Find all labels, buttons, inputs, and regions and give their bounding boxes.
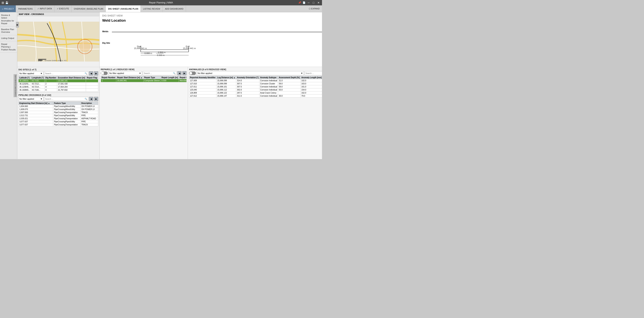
- dig-site-label: Dig Site: [102, 42, 322, 44]
- menu-item-execute[interactable]: ✓ EXECUTE: [54, 5, 72, 12]
- dig-sites-filter[interactable]: No filter applied ▼: [18, 71, 43, 75]
- sidebar-label-baseline: Baseline Plan Overview: [1, 28, 14, 33]
- configure-dashboard-tab[interactable]: CONFIGURE DASHBOARD: [14, 74, 17, 97]
- menu-item-overview[interactable]: OVERVIEW | BASELINE PLAN: [72, 5, 106, 12]
- table-row[interactable]: 2,007.000 PipeCrossingTransportation TRA…: [18, 111, 98, 114]
- table-row[interactable]: 1,604.660 PipeCrossingWiredUtility OH PO…: [18, 105, 98, 108]
- listing-label: LISTING REVIEW: [143, 8, 160, 10]
- col-anomaly-length: Anomaly Length [mm]: [300, 76, 322, 79]
- cell-desc: PIPE: [80, 114, 98, 117]
- cell-subtype: Axial Crack Colony: [259, 91, 278, 94]
- repairs-toggle[interactable]: [101, 71, 108, 75]
- save-icon[interactable]: 💾: [5, 1, 8, 4]
- cell-log-dist: 15,696.099: [216, 79, 236, 82]
- svg-text:5 mi: 5 mi: [38, 60, 42, 62]
- cell-desc: TRACK: [80, 111, 98, 114]
- home-icon: ⌂: [2, 8, 3, 10]
- cell-lat: 36.123291...: [18, 82, 31, 85]
- dig-sheet-view-title: DIG SHEET VIEW: [102, 14, 322, 17]
- dig-sites-search-input[interactable]: [45, 72, 84, 74]
- cell-dist: 2,013.731: [18, 114, 53, 117]
- dig-sites-filter-label: No filter applied: [20, 72, 34, 74]
- col-log-dist: Log Distance [m] ▲: [216, 76, 236, 79]
- table-row[interactable]: 3,077.637 PipeCrossingTransportation TRA…: [18, 123, 98, 126]
- dig-sites-prev-btn[interactable]: ◀: [89, 71, 93, 75]
- title-bar-right: 📌 📄 ─ □ ✕: [298, 1, 320, 4]
- cell-dist: 3,077.637: [18, 120, 53, 123]
- table-row[interactable]: 127,610 15,696.099 307.5 Corrosion Clust…: [189, 82, 322, 85]
- repairs-filter[interactable]: No filter applied ▼: [108, 71, 142, 75]
- cell-depth: [278, 91, 300, 94]
- anomalies-filter-icon: ▼: [301, 72, 303, 74]
- table-row[interactable]: 36.160865... 43.7166... 4 21,797.832: [18, 89, 98, 92]
- sidebar-item-repair-planning[interactable]: Repair Planning | Publish Results: [0, 41, 17, 53]
- menu-item-input-data[interactable]: ✓ INPUT DATA: [35, 5, 54, 12]
- table-row[interactable]: 127,612 15,696.147 311.5 Corrosion Indiv…: [189, 94, 322, 98]
- col-longitude: Longitude [°]: [31, 76, 44, 79]
- anomalies-table: Reported Anomaly Identifier Log Distance…: [189, 76, 322, 98]
- table-row[interactable]: 36.106916... 43.7155... 1 15,695.141: [18, 79, 98, 82]
- cell-lat: 36.123845...: [18, 85, 31, 89]
- pc-search-input[interactable]: [45, 98, 84, 100]
- table-row[interactable]: 126,809 15,696.122 297.5 Axial Crack Col…: [189, 91, 322, 94]
- table-row[interactable]: 2,013.731 PipeCrossingPipedUtility PIPE: [18, 114, 98, 117]
- menu-item-home[interactable]: ⌂ PROJECT: [0, 5, 16, 12]
- sidebar-item-baseline[interactable]: Baseline Plan Overview: [0, 26, 17, 35]
- cell-type: PipeCrossingWiredUtility: [53, 108, 80, 111]
- cell-subtype: Corrosion Individual: [259, 94, 278, 98]
- repairs-title: REPAIRS [1 of 1 REDUCED VIEW]: [101, 68, 186, 71]
- sidebar-item-listing[interactable]: Listing Output: [0, 35, 17, 41]
- menu-item-dig-sheet[interactable]: DIG SHEET | BASELINE PLAN: [106, 5, 141, 12]
- right-panel: ⋮ DIG SHEET VIEW Weld Location Welds Ref…: [100, 12, 322, 159]
- sidebar-item-review[interactable]: Review & Select Anomalies for Repair: [0, 12, 17, 26]
- repairs-search-input[interactable]: [144, 72, 172, 74]
- pc-next-btn[interactable]: ▶: [94, 97, 98, 101]
- cell-type: PipeCrossingPipedUtility: [53, 120, 80, 123]
- cell-subtype: Corrosion Individual: [259, 85, 278, 88]
- anomalies-search-input[interactable]: [306, 72, 322, 74]
- pipeline-crossings-title: PIPELINE CROSSINGS [0 of 102]: [18, 93, 98, 97]
- pc-prev-btn[interactable]: ◀: [89, 97, 93, 101]
- close-button[interactable]: ✕: [317, 1, 320, 4]
- expand-button[interactable]: ⬡ EXPAND: [306, 5, 322, 12]
- menu-item-dashboard[interactable]: ADD DASHBOARD: [163, 5, 186, 12]
- table-row[interactable]: 3,077.637 PipeCrossingPipedUtility PIPE: [18, 120, 98, 123]
- col-repair-type: Repair Type: [143, 76, 160, 79]
- table-row[interactable]: 36.123291... 43.7212... 2 17,591.430: [18, 82, 98, 85]
- anomalies-search-box: 🔍: [304, 71, 322, 75]
- cell-subtype: Corrosion Cluster: [259, 82, 278, 85]
- dig-sites-next-btn[interactable]: ▶: [94, 71, 98, 75]
- repairs-search-box: 🔍: [143, 71, 176, 75]
- repairs-prev-btn[interactable]: ◀: [177, 71, 182, 75]
- sidebar-toggle[interactable]: ▶: [16, 22, 19, 27]
- cell-orient: 307.5: [236, 82, 260, 85]
- col-repair-flag: Repair Flag: [179, 76, 186, 79]
- menu-item-listing[interactable]: LISTING REVIEW: [141, 5, 162, 12]
- maximize-button[interactable]: □: [312, 1, 315, 4]
- dig-sites-search-box: 🔍: [44, 71, 88, 75]
- table-row[interactable]: 36.123845... 43.7214... 3 17,654.204: [18, 85, 98, 89]
- cell-log-dist: 15,696.099: [216, 82, 236, 85]
- map-container[interactable]: 10 km 5 mi terrestre GmbH und Co. KG: [17, 16, 100, 67]
- col-dig-number: Dig Number: [44, 76, 57, 79]
- table-row[interactable]: 1,609.070 PipeCrossingWiredUtility OH PO…: [18, 108, 98, 111]
- pipeline-crossings-toolbar: No filter applied ▼ 🔍 ◀ ▶: [18, 97, 98, 101]
- repairs-toolbar: No filter applied ▼ 🔍 ◀ ▶: [101, 71, 186, 75]
- home-label: PROJECT: [4, 8, 14, 10]
- main-layout: ▶ Review & Select Anomalies for Repair B…: [0, 12, 322, 159]
- table-row[interactable]: 2,035.021 PipeCrossingTransportation ASP…: [18, 117, 98, 120]
- table-row[interactable]: 1 15,695.941 Composite Sleeve 0.500 Manu…: [101, 79, 186, 82]
- repairs-next-btn[interactable]: ▶: [182, 71, 186, 75]
- svg-text:terrestre GmbH und Co. KG: terrestre GmbH und Co. KG: [45, 60, 66, 61]
- input-data-label: ✓ INPUT DATA: [38, 7, 52, 10]
- anomalies-filter[interactable]: No filter applied ▼: [197, 71, 304, 75]
- anomalies-toggle[interactable]: [189, 71, 196, 75]
- configure-dashboard-label: CONFIGURE DASHBOARD: [14, 75, 16, 97]
- minimize-button[interactable]: ─: [307, 1, 310, 4]
- pc-filter[interactable]: No filter applied ▼: [18, 97, 43, 101]
- table-row[interactable]: 125,640 15,696.112 302.0 Corrosion Indiv…: [189, 88, 322, 91]
- repairs-toggle-knob: [101, 72, 104, 74]
- menu-item-parameters[interactable]: PARAMETERS: [16, 5, 35, 12]
- table-row[interactable]: 127,611 15,696.101 307.5 Corrosion Indiv…: [189, 85, 322, 88]
- table-row[interactable]: 127,609 15,696.099 314.0 Corrosion Indiv…: [189, 79, 322, 82]
